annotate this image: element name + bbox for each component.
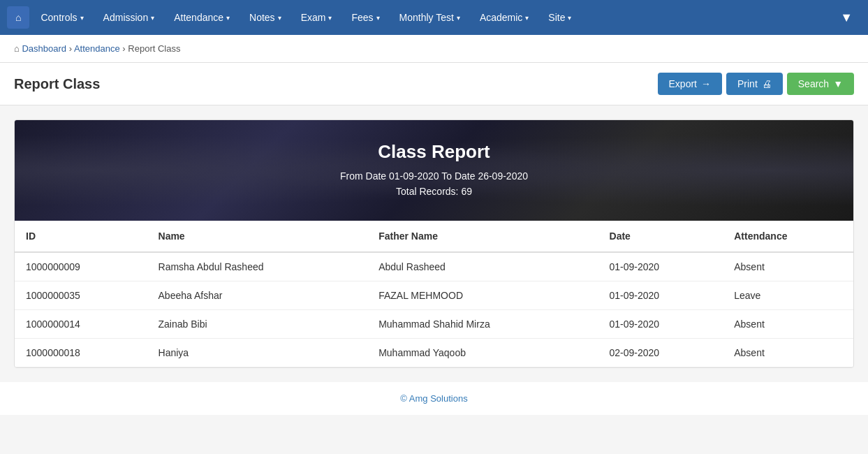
cell-id: 1000000018	[15, 338, 147, 367]
nav-controls-label: Controls	[41, 12, 77, 23]
print-button[interactable]: Print 🖨	[726, 73, 783, 95]
breadcrumb-sep-1: ›	[69, 43, 74, 54]
nav-monthly-test-label: Monthly Test	[399, 12, 454, 23]
nav-fees-arrow: ▾	[376, 14, 380, 22]
cell-name: Abeeha Afshar	[147, 281, 368, 309]
table-row: 1000000009 Ramsha Abdul Rasheed Abdul Ra…	[15, 252, 853, 281]
nav-monthly-test[interactable]: Monthly Test ▾	[391, 6, 469, 29]
cell-id: 1000000035	[15, 281, 147, 309]
cell-date: 02-09-2020	[598, 338, 723, 367]
cell-date: 01-09-2020	[598, 281, 723, 309]
breadcrumb-attendance-link[interactable]: Attendance	[74, 43, 120, 54]
report-banner-title: Class Report	[378, 141, 490, 163]
print-label: Print	[737, 78, 758, 89]
table-row: 1000000014 Zainab Bibi Muhammad Shahid M…	[15, 309, 853, 338]
cell-father-name: Muhammad Shahid Mirza	[367, 309, 598, 338]
page-title: Report Class	[14, 76, 100, 92]
cell-date: 01-09-2020	[598, 252, 723, 281]
col-date: Date	[598, 221, 723, 252]
nav-monthly-test-arrow: ▾	[457, 14, 460, 22]
col-name: Name	[147, 221, 368, 252]
main-content: Class Report From Date 01-09-2020 To Dat…	[0, 105, 868, 382]
cell-date: 01-09-2020	[598, 309, 723, 338]
export-label: Export	[669, 78, 697, 89]
footer: © Amg Solutions	[0, 382, 868, 415]
navbar: ⌂ Controls ▾ Admission ▾ Attendance ▾ No…	[0, 0, 868, 35]
nav-fees[interactable]: Fees ▾	[343, 6, 388, 29]
cell-attendance: Leave	[723, 281, 853, 309]
header-buttons: Export → Print 🖨 Search ▼	[658, 73, 854, 95]
nav-admission[interactable]: Admission ▾	[95, 6, 163, 29]
cell-id: 1000000009	[15, 252, 147, 281]
table-header: ID Name Father Name Date Attendance	[15, 221, 853, 252]
cell-name: Haniya	[147, 338, 368, 367]
breadcrumb-home-icon: ⌂	[14, 43, 20, 54]
col-father-name: Father Name	[367, 221, 598, 252]
nav-site-arrow: ▾	[568, 14, 571, 22]
nav-fees-label: Fees	[351, 12, 373, 23]
col-attendance: Attendance	[723, 221, 853, 252]
nav-exam-label: Exam	[301, 12, 326, 23]
table-header-row: ID Name Father Name Date Attendance	[15, 221, 853, 252]
print-icon: 🖨	[762, 78, 772, 89]
nav-attendance-label: Attendance	[174, 12, 223, 23]
page-header: Report Class Export → Print 🖨 Search ▼	[0, 63, 868, 105]
home-button[interactable]: ⌂	[7, 6, 29, 29]
nav-academic-label: Academic	[480, 12, 522, 23]
nav-controls-arrow: ▾	[80, 14, 84, 22]
home-icon: ⌂	[15, 12, 21, 23]
report-banner: Class Report From Date 01-09-2020 To Dat…	[15, 120, 853, 221]
nav-academic-arrow: ▾	[525, 14, 529, 22]
table-body: 1000000009 Ramsha Abdul Rasheed Abdul Ra…	[15, 252, 853, 367]
navbar-toggle-button[interactable]: ▼	[832, 5, 861, 31]
nav-attendance-arrow: ▾	[226, 14, 230, 22]
nav-admission-arrow: ▾	[151, 14, 154, 22]
search-label: Search	[798, 78, 829, 89]
nav-admission-label: Admission	[103, 12, 149, 23]
breadcrumb-current: Report Class	[128, 43, 180, 54]
nav-exam-arrow: ▾	[328, 14, 332, 22]
nav-exam[interactable]: Exam ▾	[293, 6, 341, 29]
breadcrumb-dashboard-link[interactable]: Dashboard	[22, 43, 66, 54]
export-button[interactable]: Export →	[658, 73, 722, 95]
cell-attendance: Absent	[723, 252, 853, 281]
report-banner-date-range: From Date 01-09-2020 To Date 26-09-2020 …	[340, 168, 528, 200]
search-filter-icon: ▼	[833, 78, 843, 89]
report-total-records: Total Records: 69	[340, 184, 528, 199]
report-table: ID Name Father Name Date Attendance 1000…	[15, 221, 853, 367]
report-card: Class Report From Date 01-09-2020 To Dat…	[14, 119, 854, 368]
nav-site-label: Site	[548, 12, 565, 23]
breadcrumb: ⌂ Dashboard › Attendance › Report Class	[14, 43, 854, 54]
nav-attendance[interactable]: Attendance ▾	[165, 6, 238, 29]
cell-father-name: Muhammad Yaqoob	[367, 338, 598, 367]
export-icon: →	[701, 78, 711, 89]
cell-attendance: Absent	[723, 309, 853, 338]
table-row: 1000000035 Abeeha Afshar FAZAL MEHMOOD 0…	[15, 281, 853, 309]
cell-id: 1000000014	[15, 309, 147, 338]
cell-father-name: FAZAL MEHMOOD	[367, 281, 598, 309]
cell-father-name: Abdul Rasheed	[367, 252, 598, 281]
nav-notes-label: Notes	[249, 12, 275, 23]
breadcrumb-bar: ⌂ Dashboard › Attendance › Report Class	[0, 35, 868, 63]
nav-notes-arrow: ▾	[278, 14, 281, 22]
cell-name: Ramsha Abdul Rasheed	[147, 252, 368, 281]
cell-name: Zainab Bibi	[147, 309, 368, 338]
cell-attendance: Absent	[723, 338, 853, 367]
footer-text: © Amg Solutions	[400, 393, 467, 404]
col-id: ID	[15, 221, 147, 252]
nav-academic[interactable]: Academic ▾	[471, 6, 537, 29]
toggle-icon: ▼	[840, 10, 853, 24]
nav-controls[interactable]: Controls ▾	[32, 6, 91, 29]
table-row: 1000000018 Haniya Muhammad Yaqoob 02-09-…	[15, 338, 853, 367]
nav-site[interactable]: Site ▾	[540, 6, 580, 29]
search-button[interactable]: Search ▼	[787, 73, 854, 95]
nav-notes[interactable]: Notes ▾	[241, 6, 290, 29]
